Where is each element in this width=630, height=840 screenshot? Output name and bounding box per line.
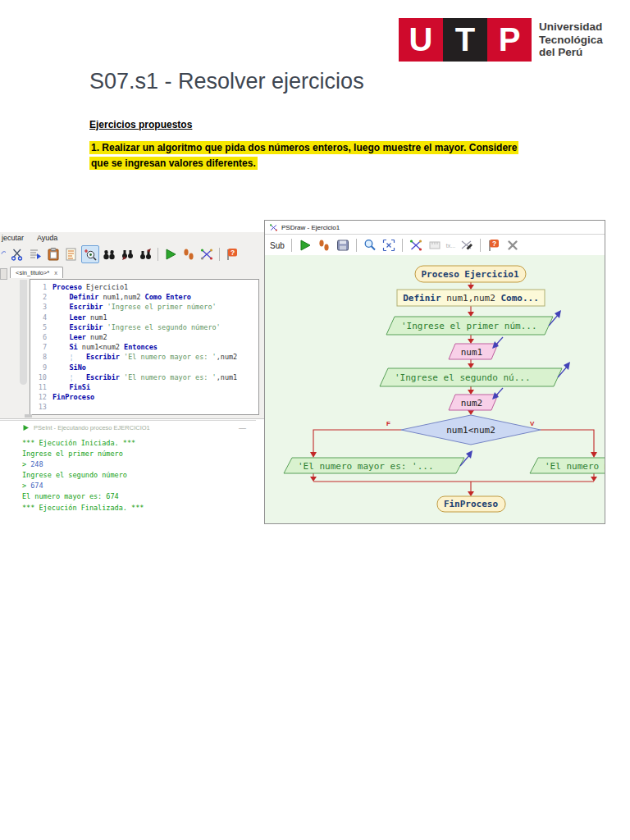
console-line: *** Ejecución Finalizada. *** (22, 503, 256, 514)
code-line: 6 Leer num2 (30, 332, 258, 342)
psdraw-toolbar: Sub tx... ? (265, 235, 605, 256)
flowchart-input1-node[interactable]: num1 (449, 337, 503, 359)
flowchart-canvas[interactable]: Proceso Ejercicio1 Definir num1,num2 Com… (265, 255, 605, 523)
output-arrow-icon (555, 310, 561, 318)
page-title: S07.s1 - Resolver ejercicios (89, 69, 364, 94)
menu-ayuda[interactable]: Ayuda (37, 234, 57, 242)
code-lines: 1Proceso Ejercicio12 Definir num1,num2 C… (30, 282, 258, 413)
svg-text:'Ingrese el primer núm...: 'Ingrese el primer núm... (401, 321, 537, 331)
help-icon[interactable]: ? (224, 246, 240, 262)
console-title-bar: PSeInt - Ejecutando proceso EJERCICIO1 — (0, 421, 256, 435)
tab-bar: <sin_titulo>* x (0, 264, 264, 278)
code-line: 9 SiNo (30, 363, 258, 372)
console-line: > 248 (22, 459, 256, 470)
code-line: 8 ¦ Escribir 'El numero mayor es: ',num2 (30, 352, 258, 362)
run-icon[interactable] (162, 246, 179, 262)
sub-button[interactable]: Sub (268, 241, 286, 250)
toolbar-separator (219, 248, 220, 261)
output-arrow-icon (466, 450, 472, 459)
tab-close-icon[interactable]: x (54, 269, 57, 276)
code-line: 3 Escribir 'Ingrese el primer número' (30, 302, 258, 312)
true-branch-label: V (530, 420, 535, 427)
flowchart-declare-node[interactable]: Definir num1,num2 Como... (397, 290, 545, 306)
code-line: 12FinProceso (30, 392, 258, 402)
toolbar-separator (402, 239, 403, 252)
flowchart-output-true-node[interactable]: 'El numero mayor es: (530, 458, 605, 473)
output-arrow-icon (564, 362, 570, 370)
run-icon[interactable] (297, 237, 313, 253)
syntax-doc-icon[interactable] (63, 246, 80, 262)
find-next-icon[interactable] (137, 246, 153, 262)
zoom-icon[interactable] (362, 237, 378, 253)
cut-off-icon[interactable] (0, 246, 7, 262)
close-icon[interactable] (504, 237, 521, 253)
psdraw-app-icon (269, 223, 278, 232)
code-editor[interactable]: 1Proceso Ejercicio12 Definir num1,num2 C… (30, 279, 259, 415)
flowchart-icon[interactable] (408, 237, 424, 253)
edit-flowchart-icon[interactable] (459, 237, 475, 253)
code-line: 1Proceso Ejercicio1 (30, 282, 258, 292)
panel-scrollbar[interactable] (20, 280, 27, 385)
console-line: Ingrese el segundo número (22, 470, 256, 481)
zoom-fit-icon[interactable] (381, 237, 397, 253)
flowchart-input2-node[interactable]: num2 (449, 388, 503, 410)
copy-format-icon[interactable] (27, 246, 43, 262)
code-line: 11 FinSi (30, 382, 258, 392)
svg-text:num1<num2: num1<num2 (446, 425, 495, 436)
flowchart-start-node[interactable]: Proceso Ejercicio1 (415, 266, 526, 282)
toolbar-separator (291, 239, 292, 252)
toolbar-separator (158, 248, 158, 261)
code-line: 7 Si num1<num2 Entonces (30, 342, 258, 352)
console-title: PSeInt - Ejecutando proceso EJERCICIO1 (34, 424, 235, 431)
console-line: > 674 (22, 481, 256, 491)
scissors-icon[interactable] (9, 246, 25, 262)
flowchart-output1-node[interactable]: 'Ingrese el primer núm... (386, 310, 561, 335)
pseint-run-icon (22, 424, 30, 431)
code-line: 5 Escribir 'Ingrese el segundo número' (30, 322, 258, 332)
logo-letter-u: U (399, 18, 443, 62)
logo-letter-t: T (443, 18, 487, 62)
help-icon[interactable]: ? (486, 237, 502, 253)
minimize-icon[interactable]: — (239, 424, 256, 432)
tab-label: <sin_titulo>* (16, 269, 49, 276)
section-heading: Ejercicios propuestos (89, 119, 192, 130)
svg-text:FinProceso: FinProceso (444, 499, 499, 509)
psdraw-window-title: PSDraw - Ejercicio1 (281, 224, 340, 231)
flowchart-output2-node[interactable]: 'Ingrese el segundo nú... (380, 362, 570, 386)
tab-scroll-fragment[interactable] (0, 268, 7, 280)
false-branch-label: F (386, 420, 390, 427)
console-line: Ingrese el primer número (22, 449, 256, 459)
toolbar-separator (356, 239, 357, 252)
utp-logo-blocks: U T P (399, 18, 532, 62)
psdraw-title-bar: PSDraw - Ejercicio1 (265, 221, 605, 235)
flowchart-icon[interactable] (199, 246, 215, 262)
svg-text:Proceso Ejercicio1: Proceso Ejercicio1 (421, 269, 519, 280)
ide-toolbar: ? (0, 244, 264, 264)
console-window: PSeInt - Ejecutando proceso EJERCICIO1 —… (0, 420, 256, 521)
code-line: 4 Leer num1 (30, 313, 258, 322)
save-icon[interactable] (335, 237, 351, 253)
university-name: Universidad Tecnológica del Perú (539, 21, 603, 60)
flowchart-end-node[interactable]: FinProceso (437, 496, 505, 512)
paste-icon[interactable] (45, 246, 62, 262)
step-icon[interactable] (180, 246, 197, 262)
svg-text:?: ? (231, 248, 235, 256)
psdraw-window: PSDraw - Ejercicio1 Sub tx... (264, 220, 605, 524)
code-line: 10 ¦ Escribir 'El numero mayor es: ',num… (30, 372, 258, 382)
svg-text:num2: num2 (461, 398, 483, 409)
autocomplete-eye-icon[interactable] (81, 245, 99, 263)
svg-text:'Ingrese el segundo nú...: 'Ingrese el segundo nú... (395, 372, 531, 383)
flowchart-decision-node[interactable]: num1<num2 (401, 415, 541, 445)
highlighted-text: 1. Realizar un algoritmo que pida dos nú… (89, 141, 518, 170)
find-prev-icon[interactable] (119, 246, 135, 262)
ruler-icon-disabled (427, 237, 443, 253)
step-icon[interactable] (316, 237, 332, 253)
logo-letter-p: P (487, 18, 532, 62)
tab-sin-titulo[interactable]: <sin_titulo>* x (10, 267, 63, 278)
console-lines[interactable]: *** Ejecución Iniciada. ***Ingrese el pr… (0, 435, 256, 514)
console-line: El numero mayor es: 674 (22, 491, 256, 502)
find-icon[interactable] (101, 246, 117, 262)
exercise-statement: 1. Realizar un algoritmo que pida dos nú… (89, 140, 529, 171)
svg-text:Definir num1,num2 Como...: Definir num1,num2 Como... (403, 293, 539, 304)
menu-ejecutar[interactable]: jecutar (2, 234, 24, 242)
